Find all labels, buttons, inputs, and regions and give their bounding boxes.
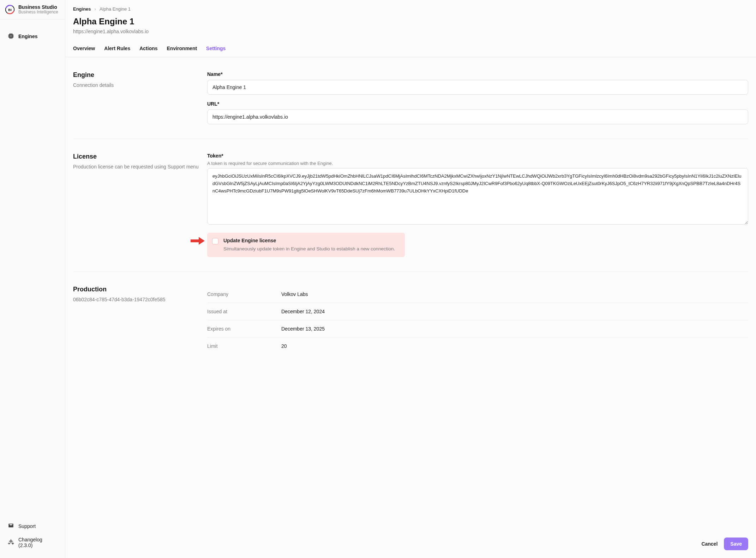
cancel-button[interactable]: Cancel	[699, 538, 720, 550]
envelope-icon	[8, 522, 14, 530]
breadcrumb: Engines › Alpha Engine 1	[65, 0, 756, 17]
chevron-right-icon: ›	[95, 6, 96, 12]
row-value: Volkov Labs	[281, 291, 308, 297]
update-license-desc: Simultaneously update token in Engine an…	[223, 246, 395, 251]
tab-settings[interactable]: Settings	[206, 46, 226, 57]
main: Engines › Alpha Engine 1 Alpha Engine 1 …	[65, 0, 756, 558]
section-desc: 06b02c84-c785-47d4-b3da-19472c0fe585	[73, 296, 200, 303]
row-key: Company	[207, 291, 281, 297]
section-production: Production 06b02c84-c785-47d4-b3da-19472…	[73, 271, 748, 369]
svg-text:BI: BI	[8, 7, 12, 11]
token-help: A token is required for secure communica…	[207, 161, 748, 166]
tab-overview[interactable]: Overview	[73, 46, 95, 57]
brand-logo-icon: BI	[5, 5, 15, 14]
sidebar-item-label: Engines	[18, 34, 37, 39]
table-row: Limit 20	[207, 338, 748, 355]
section-title: License	[73, 153, 200, 160]
production-table: Company Volkov Labs Issued at December 1…	[207, 286, 748, 355]
sidebar-footer: Support Changelog (2.3.0)	[0, 516, 65, 558]
tab-actions[interactable]: Actions	[139, 46, 157, 57]
row-key: Limit	[207, 343, 281, 349]
breadcrumb-root[interactable]: Engines	[73, 6, 91, 12]
brand-subtitle: Business Intelligence	[18, 10, 58, 15]
page-actions: Cancel Save	[699, 538, 748, 550]
sidebar-item-engines[interactable]: Engines	[4, 30, 61, 43]
section-title: Engine	[73, 71, 200, 79]
table-row: Company Volkov Labs	[207, 286, 748, 303]
tab-environment[interactable]: Environment	[167, 46, 197, 57]
breadcrumb-current: Alpha Engine 1	[100, 6, 131, 12]
tabs: Overview Alert Rules Actions Environment…	[65, 34, 756, 57]
sparkles-icon	[8, 539, 14, 546]
row-key: Issued at	[207, 309, 281, 314]
sidebar: BI Business Studio Business Intelligence	[0, 0, 65, 558]
update-license-box: Update Engine license Simultaneously upd…	[207, 233, 405, 257]
content: Engine Connection details Name* URL*	[65, 57, 756, 404]
update-license-checkbox[interactable]	[212, 238, 218, 244]
name-label: Name*	[207, 71, 748, 77]
table-row: Expires on December 13, 2025	[207, 320, 748, 338]
brand-title: Business Studio	[18, 4, 58, 10]
token-input[interactable]	[207, 168, 748, 225]
page-header: Alpha Engine 1 https://engine1.alpha.vol…	[65, 17, 756, 34]
cpu-icon	[8, 33, 14, 40]
name-input[interactable]	[207, 80, 748, 95]
url-label: URL*	[207, 101, 748, 107]
brand: BI Business Studio Business Intelligence	[0, 0, 65, 19]
section-license: License Production license can be reques…	[73, 138, 748, 271]
sidebar-item-label: Changelog (2.3.0)	[18, 537, 57, 548]
row-value: 20	[281, 343, 287, 349]
svg-rect-3	[10, 35, 12, 37]
sidebar-item-support[interactable]: Support	[4, 520, 61, 533]
row-value: December 13, 2025	[281, 326, 325, 332]
arrow-right-icon	[190, 236, 205, 247]
url-input[interactable]	[207, 109, 748, 124]
section-engine: Engine Connection details Name* URL*	[73, 71, 748, 138]
page-subtitle: https://engine1.alpha.volkovlabs.io	[73, 29, 748, 34]
sidebar-item-label: Support	[18, 523, 36, 529]
section-desc: Production license can be requested usin…	[73, 163, 200, 171]
section-title: Production	[73, 286, 200, 293]
update-license-title: Update Engine license	[223, 238, 395, 243]
save-button[interactable]: Save	[724, 538, 748, 550]
tab-alert-rules[interactable]: Alert Rules	[104, 46, 130, 57]
token-label: Token*	[207, 153, 748, 159]
row-key: Expires on	[207, 326, 281, 332]
page-title: Alpha Engine 1	[73, 17, 748, 26]
section-desc: Connection details	[73, 82, 200, 89]
table-row: Issued at December 12, 2024	[207, 303, 748, 320]
sidebar-nav: Engines	[0, 19, 65, 47]
sidebar-item-changelog[interactable]: Changelog (2.3.0)	[4, 534, 61, 551]
svg-rect-2	[10, 34, 13, 37]
row-value: December 12, 2024	[281, 309, 325, 314]
